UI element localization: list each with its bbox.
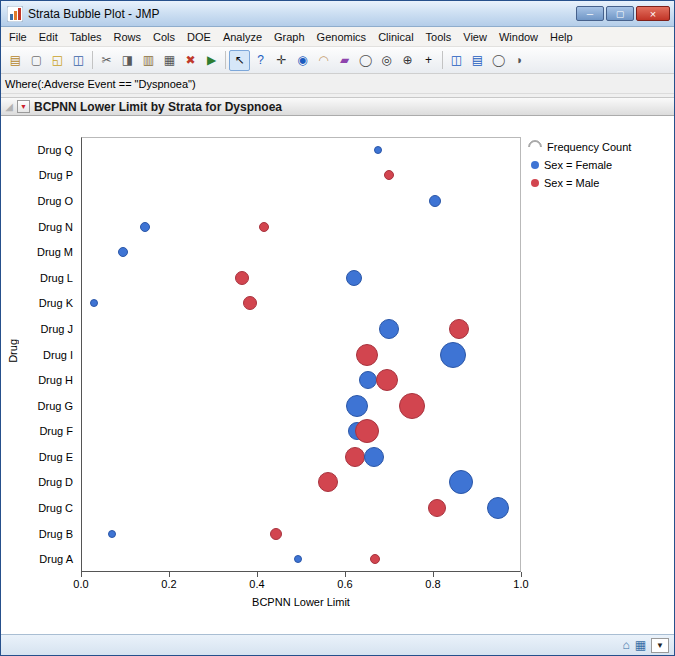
legend-item-female[interactable]: Sex = Female (528, 156, 631, 174)
maximize-button[interactable]: ▢ (606, 6, 634, 21)
run-script-icon[interactable]: ▶ (201, 50, 222, 71)
y-axis-label: Drug C (1, 501, 73, 515)
copy-icon[interactable]: ◨ (117, 50, 138, 71)
bubble-drug-h-male[interactable] (376, 369, 398, 391)
y-axis-label: Drug D (1, 475, 73, 489)
new-data-table-icon[interactable]: ▤ (5, 50, 26, 71)
bubble-drug-h-female[interactable] (359, 371, 377, 389)
menu-tools[interactable]: Tools (420, 29, 458, 45)
app-window: Strata Bubble Plot - JMP ─ ▢ × FileEditT… (0, 0, 675, 656)
bubble-drug-e-female[interactable] (364, 447, 384, 467)
legend: Frequency Count Sex = Female Sex = Male (528, 138, 631, 192)
legend-item-male[interactable]: Sex = Male (528, 174, 631, 192)
menu-view[interactable]: View (457, 29, 493, 45)
layout-window-icon[interactable]: ◫ (446, 50, 467, 71)
bubble-drug-c-male[interactable] (428, 499, 446, 517)
bubble-drug-b-female[interactable] (108, 530, 116, 538)
bubble-drug-i-female[interactable] (440, 342, 466, 368)
bubble-drug-e-male[interactable] (345, 447, 365, 467)
x-axis-tick-label: 1.0 (501, 578, 541, 590)
x-axis-tick (169, 572, 170, 577)
print-icon[interactable]: ▦ (159, 50, 180, 71)
plus-tool-icon[interactable]: + (418, 50, 439, 71)
app-icon (7, 6, 23, 22)
disclosure-triangle-icon[interactable]: ◢ (3, 101, 15, 112)
female-color-dot (531, 161, 539, 169)
title-bar[interactable]: Strata Bubble Plot - JMP ─ ▢ × (1, 1, 674, 27)
bubble-drug-n-female[interactable] (140, 222, 150, 232)
red-triangle-menu-button[interactable]: ▼ (17, 100, 30, 113)
globe-tool-icon[interactable]: ◉ (292, 50, 313, 71)
menu-rows[interactable]: Rows (108, 29, 148, 45)
bubble-drug-m-female[interactable] (118, 247, 128, 257)
paste-icon[interactable]: ▥ (138, 50, 159, 71)
menu-file[interactable]: File (3, 29, 33, 45)
lasso-tool-icon[interactable]: ◯ (355, 50, 376, 71)
menu-cols[interactable]: Cols (147, 29, 181, 45)
y-axis-label: Drug F (1, 424, 73, 438)
y-axis-label: Drug Q (1, 143, 73, 157)
menu-clinical[interactable]: Clinical (372, 29, 419, 45)
minimize-button[interactable]: ─ (576, 6, 604, 21)
grabber-hand-tool-icon[interactable]: ◠ (313, 50, 334, 71)
frequency-bubble-icon (525, 137, 545, 157)
where-clause-text: Where(:Adverse Event == "Dyspnoea") (5, 78, 196, 90)
brush-tool-icon[interactable]: ▰ (334, 50, 355, 71)
menu-graph[interactable]: Graph (268, 29, 311, 45)
list-view-icon[interactable]: ▤ (467, 50, 488, 71)
delete-icon[interactable]: ✖ (180, 50, 201, 71)
x-axis-title: BCPNN Lower Limit (221, 596, 381, 608)
status-bar: ⌂ ▦ ▼ (1, 634, 674, 655)
bubble-drug-c-female[interactable] (487, 497, 509, 519)
toolbar-separator (92, 51, 93, 69)
y-axis-label: Drug P (1, 168, 73, 182)
y-axis-label: Drug O (1, 194, 73, 208)
y-axis-label: Drug H (1, 373, 73, 387)
y-axis-label: Drug J (1, 322, 73, 336)
y-axis-label: Drug M (1, 245, 73, 259)
bubble-drug-l-female[interactable] (346, 270, 362, 286)
crosshair-tool-icon[interactable]: ✛ (271, 50, 292, 71)
bubble-drug-g-female[interactable] (346, 395, 368, 417)
y-axis-label: Drug E (1, 450, 73, 464)
new-journal-icon[interactable]: ▢ (26, 50, 47, 71)
menu-analyze[interactable]: Analyze (217, 29, 268, 45)
bubble-drug-q-female[interactable] (374, 146, 382, 154)
x-axis-tick-label: 0.8 (413, 578, 453, 590)
menu-doe[interactable]: DOE (181, 29, 217, 45)
menu-bar: FileEditTablesRowsColsDOEAnalyzeGraphGen… (1, 27, 674, 47)
oval-annotation-icon[interactable]: ◯ (488, 50, 509, 71)
y-axis-label: Drug G (1, 399, 73, 413)
menu-genomics[interactable]: Genomics (311, 29, 373, 45)
bubble-drug-n-male[interactable] (259, 222, 269, 232)
menu-edit[interactable]: Edit (33, 29, 64, 45)
arrow-tool-icon[interactable]: ↖ (229, 50, 250, 71)
status-dropdown-button[interactable]: ▼ (651, 638, 669, 653)
magnifier-tool-icon[interactable]: ◎ (376, 50, 397, 71)
y-axis-label: Drug N (1, 220, 73, 234)
x-axis-tick (433, 572, 434, 577)
bubble-drug-i-male[interactable] (356, 344, 378, 366)
open-file-icon[interactable]: ◱ (47, 50, 68, 71)
toolbar-separator (225, 51, 226, 69)
callout-annotation-icon[interactable]: ◗ (509, 50, 530, 71)
bubble-drug-g-male[interactable] (399, 393, 425, 419)
zoom-tool-icon[interactable]: ⊕ (397, 50, 418, 71)
cut-icon[interactable]: ✂ (96, 50, 117, 71)
bubble-drug-b-male[interactable] (270, 528, 282, 540)
menu-window[interactable]: Window (493, 29, 544, 45)
red-triangle-icon: ▼ (20, 103, 27, 110)
legend-title-row: Frequency Count (528, 138, 631, 156)
save-icon[interactable]: ◫ (68, 50, 89, 71)
bubble-drug-j-female[interactable] (379, 319, 399, 339)
home-window-icon[interactable]: ⌂ (622, 638, 629, 652)
help-tool-icon[interactable]: ? (250, 50, 271, 71)
x-axis-tick-label: 0.0 (61, 578, 101, 590)
bubble-drug-l-male[interactable] (235, 271, 249, 285)
menu-tables[interactable]: Tables (64, 29, 108, 45)
menu-help[interactable]: Help (544, 29, 579, 45)
y-axis-label: Drug A (1, 552, 73, 566)
data-table-icon[interactable]: ▦ (635, 638, 646, 652)
close-button[interactable]: × (636, 6, 670, 21)
report-header[interactable]: ◢ ▼ BCPNN Lower Limit by Strata for Dysp… (1, 97, 674, 116)
